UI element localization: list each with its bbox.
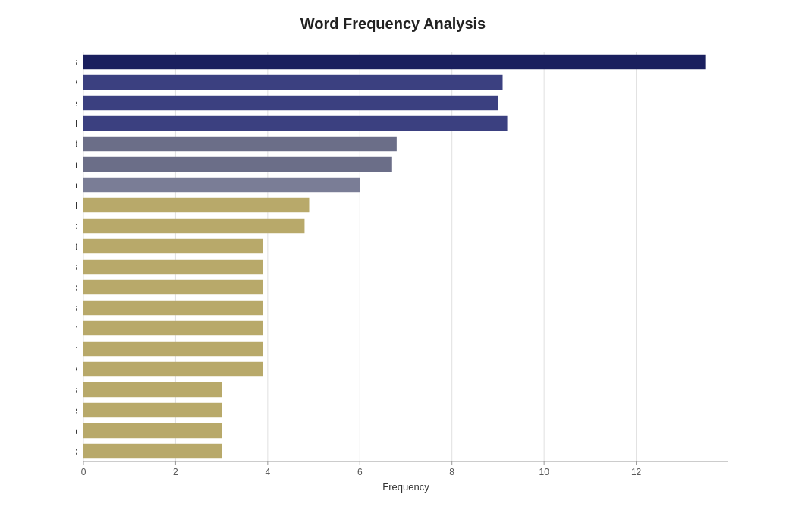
svg-text:safety: safety <box>76 77 77 88</box>
svg-rect-17 <box>83 157 392 172</box>
svg-text:gpt: gpt <box>76 241 77 252</box>
svg-text:openai: openai <box>76 200 77 211</box>
svg-text:developers: developers <box>76 302 77 313</box>
svg-text:way: way <box>76 364 77 375</box>
svg-text:scots: scots <box>76 261 77 272</box>
svg-rect-23 <box>83 219 304 233</box>
svg-text:train: train <box>76 179 77 190</box>
svg-rect-33 <box>83 321 263 335</box>
svg-rect-21 <box>83 198 310 212</box>
svg-text:guardrails: guardrails <box>76 384 77 395</box>
svg-rect-27 <box>83 260 263 274</box>
svg-text:languages: languages <box>76 56 77 68</box>
svg-rect-29 <box>83 280 263 294</box>
svg-text:english: english <box>76 159 77 170</box>
svg-rect-41 <box>83 403 222 417</box>
svg-text:register: register <box>76 343 78 354</box>
svg-text:model: model <box>76 118 77 129</box>
svg-rect-9 <box>83 75 503 90</box>
svg-rect-13 <box>83 116 508 131</box>
svg-text:4: 4 <box>266 467 271 477</box>
svg-rect-25 <box>83 239 263 253</box>
svg-rect-35 <box>83 342 263 356</box>
svg-text:prompt: prompt <box>76 138 77 150</box>
svg-rect-19 <box>83 178 360 192</box>
svg-text:8: 8 <box>449 467 454 477</box>
svg-text:able: able <box>76 405 77 416</box>
svg-text:block: block <box>76 445 77 457</box>
chart-container: Word Frequency Analysis languagessafetyt… <box>0 0 786 532</box>
svg-rect-43 <box>83 423 222 438</box>
svg-rect-31 <box>83 301 263 315</box>
svg-rect-37 <box>83 362 263 376</box>
svg-text:work: work <box>76 220 77 231</box>
svg-rect-39 <box>83 382 222 397</box>
svg-text:12: 12 <box>631 467 642 477</box>
svg-text:data: data <box>76 425 78 436</box>
svg-text:Frequency: Frequency <box>382 481 429 493</box>
svg-text:gaelic: gaelic <box>76 282 77 293</box>
svg-text:answer: answer <box>76 323 78 334</box>
svg-rect-7 <box>83 55 706 69</box>
svg-rect-15 <box>83 137 397 151</box>
svg-text:0: 0 <box>81 467 86 477</box>
svg-text:translate: translate <box>76 97 77 109</box>
svg-text:6: 6 <box>357 467 363 477</box>
svg-rect-45 <box>83 444 222 458</box>
chart-title: Word Frequency Analysis <box>76 15 756 33</box>
svg-text:10: 10 <box>539 467 549 477</box>
svg-rect-11 <box>83 96 498 110</box>
svg-text:2: 2 <box>173 467 178 477</box>
